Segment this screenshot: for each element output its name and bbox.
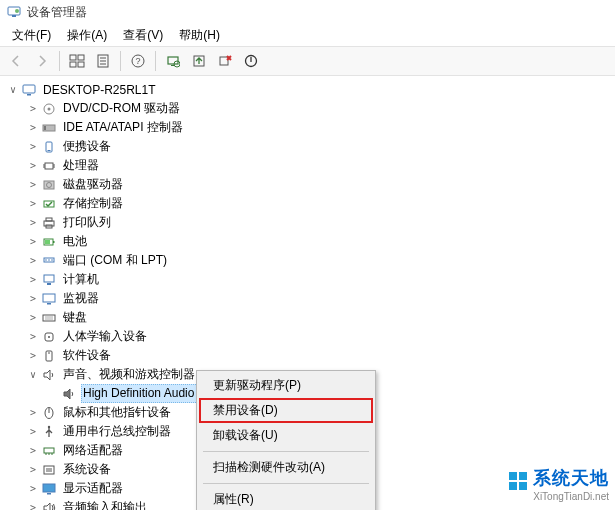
- tree-item[interactable]: >电池: [22, 232, 613, 251]
- expand-icon[interactable]: >: [26, 236, 40, 247]
- tree-item-label: 音频输入和输出: [61, 498, 149, 510]
- tree-item-label: IDE ATA/ATAPI 控制器: [61, 118, 185, 137]
- svg-rect-66: [47, 493, 51, 495]
- tree-item-label: 显示适配器: [61, 479, 125, 498]
- computer-icon: [20, 82, 38, 98]
- keyboard-icon: [40, 310, 58, 326]
- svg-rect-20: [27, 94, 31, 96]
- scan-hardware-button[interactable]: [161, 49, 185, 73]
- expand-icon[interactable]: >: [26, 407, 40, 418]
- forward-button[interactable]: [30, 49, 54, 73]
- app-icon: [6, 4, 22, 20]
- ctx-update-driver[interactable]: 更新驱动程序(P): [199, 373, 373, 398]
- expand-icon[interactable]: >: [26, 350, 40, 361]
- tree-item-label: 电池: [61, 232, 89, 251]
- back-button[interactable]: [4, 49, 28, 73]
- svg-rect-27: [45, 163, 53, 169]
- tree-item[interactable]: >存储控制器: [22, 194, 613, 213]
- svg-rect-4: [78, 55, 84, 60]
- watermark-url: XiTongTianDi.net: [508, 491, 609, 502]
- svg-point-44: [51, 259, 53, 261]
- tree-item-label: DVD/CD-ROM 驱动器: [61, 99, 182, 118]
- svg-rect-19: [23, 85, 35, 93]
- expand-icon[interactable]: >: [26, 464, 40, 475]
- uninstall-button[interactable]: [213, 49, 237, 73]
- collapse-icon[interactable]: ∨: [6, 84, 20, 95]
- tree-item[interactable]: >处理器: [22, 156, 613, 175]
- tree-item-label: 存储控制器: [61, 194, 125, 213]
- svg-rect-67: [509, 472, 517, 480]
- svg-rect-65: [43, 484, 55, 492]
- expand-icon[interactable]: >: [26, 293, 40, 304]
- expand-icon[interactable]: >: [26, 483, 40, 494]
- watermark: 系统天地 XiTongTianDi.net: [508, 466, 609, 502]
- tree-item-label: 便携设备: [61, 137, 113, 156]
- svg-point-2: [15, 9, 19, 13]
- tree-item-label: 计算机: [61, 270, 101, 289]
- tree-item[interactable]: >监视器: [22, 289, 613, 308]
- menu-file[interactable]: 文件(F): [4, 25, 59, 46]
- menu-view[interactable]: 查看(V): [115, 25, 171, 46]
- tree-item[interactable]: >磁盘驱动器: [22, 175, 613, 194]
- expand-icon[interactable]: >: [26, 160, 40, 171]
- expand-icon[interactable]: >: [26, 502, 40, 510]
- tree-item[interactable]: >IDE ATA/ATAPI 控制器: [22, 118, 613, 137]
- collapse-icon[interactable]: ∨: [26, 369, 40, 380]
- update-driver-button[interactable]: [187, 49, 211, 73]
- ctx-uninstall-device[interactable]: 卸载设备(U): [199, 423, 373, 448]
- hid-icon: [40, 329, 58, 345]
- expand-icon[interactable]: >: [26, 103, 40, 114]
- tree-item[interactable]: >计算机: [22, 270, 613, 289]
- tree-item-label: 软件设备: [61, 346, 113, 365]
- ctx-properties[interactable]: 属性(R): [199, 487, 373, 510]
- tree-item[interactable]: >端口 (COM 和 LPT): [22, 251, 613, 270]
- disk-icon: [40, 177, 58, 193]
- speaker-icon: [60, 386, 78, 402]
- expand-icon[interactable]: >: [26, 217, 40, 228]
- tree-root-label: DESKTOP-R25RL1T: [41, 82, 157, 98]
- svg-rect-3: [70, 55, 76, 60]
- svg-point-22: [48, 107, 51, 110]
- ctx-scan-hardware[interactable]: 扫描检测硬件改动(A): [199, 455, 373, 480]
- expand-icon[interactable]: >: [26, 179, 40, 190]
- tree-item[interactable]: >DVD/CD-ROM 驱动器: [22, 99, 613, 118]
- expand-icon[interactable]: >: [26, 331, 40, 342]
- tree-item-label: 打印队列: [61, 213, 113, 232]
- show-all-button[interactable]: [65, 49, 89, 73]
- tree-root[interactable]: ∨ DESKTOP-R25RL1T: [2, 80, 613, 99]
- expand-icon[interactable]: >: [26, 445, 40, 456]
- tree-item[interactable]: >打印队列: [22, 213, 613, 232]
- svg-rect-45: [44, 275, 54, 282]
- window-title: 设备管理器: [27, 4, 87, 21]
- help-toolbar-button[interactable]: ?: [126, 49, 150, 73]
- ctx-separator: [203, 451, 369, 452]
- menu-action[interactable]: 操作(A): [59, 25, 115, 46]
- expand-icon[interactable]: >: [26, 312, 40, 323]
- ctx-disable-device[interactable]: 禁用设备(D): [199, 398, 373, 423]
- tree-item[interactable]: >人体学输入设备: [22, 327, 613, 346]
- storage-icon: [40, 196, 58, 212]
- printer-icon: [40, 215, 58, 231]
- menubar: 文件(F) 操作(A) 查看(V) 帮助(H): [0, 24, 615, 46]
- expand-icon[interactable]: >: [26, 198, 40, 209]
- port-icon: [40, 253, 58, 269]
- svg-point-42: [45, 259, 47, 261]
- computer-icon: [40, 272, 58, 288]
- svg-rect-24: [44, 126, 46, 130]
- menu-help[interactable]: 帮助(H): [171, 25, 228, 46]
- expand-icon[interactable]: >: [26, 274, 40, 285]
- toolbar: ?: [0, 46, 615, 76]
- watermark-logo-icon: [508, 471, 528, 491]
- expand-icon[interactable]: >: [26, 141, 40, 152]
- dvd-icon: [40, 101, 58, 117]
- system-icon: [40, 462, 58, 478]
- portable-icon: [40, 139, 58, 155]
- disable-button[interactable]: [239, 49, 263, 73]
- expand-icon[interactable]: >: [26, 122, 40, 133]
- tree-item[interactable]: >键盘: [22, 308, 613, 327]
- tree-item[interactable]: >软件设备: [22, 346, 613, 365]
- properties-button[interactable]: [91, 49, 115, 73]
- tree-item[interactable]: >便携设备: [22, 137, 613, 156]
- expand-icon[interactable]: >: [26, 255, 40, 266]
- expand-icon[interactable]: >: [26, 426, 40, 437]
